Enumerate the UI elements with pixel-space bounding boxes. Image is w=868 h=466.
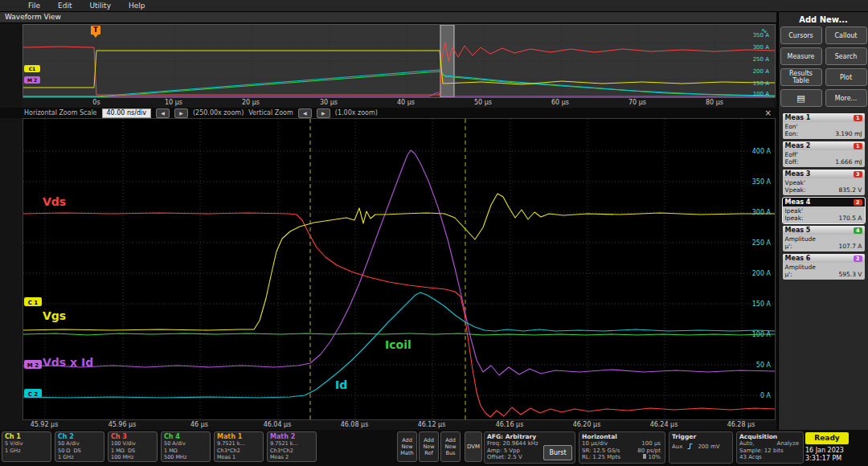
acquisition-value-left: Sample: 12 bits <box>739 448 784 455</box>
waveform-view-panel: Waveform View 350 A300 A250 A200 A150 A1… <box>0 12 776 430</box>
channel-badge-row: 50 A/div <box>162 440 210 448</box>
acquisition-value-left: Auto, <box>739 440 754 448</box>
trace-label-icoil: Icoil <box>385 338 411 351</box>
meas-result-badge-4[interactable]: Meas 42Ipeak'Ipeak:170.5 A <box>783 198 865 223</box>
channel-badge-row: 9.7521 k... <box>215 440 263 448</box>
meas-result-badge-6[interactable]: Meas 62Amplitudeµ':595.3 V <box>783 254 865 280</box>
channel-badge-row: 9.7521 k... <box>268 440 316 448</box>
main-time-label: 45.92 µs <box>27 421 62 428</box>
afg-value: Offset: 2.5 V <box>487 454 522 461</box>
main-time-label: 45.96 µs <box>104 421 140 428</box>
acquisition-panel[interactable]: AcquisitionAuto,AnalyzeSample: 12 bits43… <box>736 431 804 464</box>
channel-settings-badge-ch1[interactable]: Ch 15 V/div1 GHz <box>2 431 51 462</box>
afg-panel[interactable]: AFG: ArbitraryFreq: 20.9644 kHzAmp: 5 Vp… <box>484 431 575 464</box>
overview-amp-label: 150 A <box>753 80 770 87</box>
menu-utility[interactable]: Utility <box>81 2 120 10</box>
trigger-level: 200 mV <box>698 444 719 450</box>
meas-line1: Ipeak' <box>783 206 865 215</box>
meas-title: Meas 5 <box>785 227 811 234</box>
horizontal-value-left: SR: 12.5 GS/s <box>582 448 620 455</box>
meas-result-badge-3[interactable]: Meas 33Vpeak'Vpeak:835.2 V <box>783 170 865 195</box>
overview-channel-badge-label: M 2 <box>27 77 37 83</box>
more-button[interactable]: More... <box>825 89 867 107</box>
overview-amp-label: 300 A <box>753 44 770 51</box>
meas-result-badge-2[interactable]: Meas 21Eoff'Eoff:1.666 mJ <box>783 141 865 167</box>
annotation-icon-button[interactable]: ▤ <box>780 89 822 107</box>
v-zoom-increase-button[interactable]: ▶ <box>317 108 330 118</box>
bottom-settings-bar: Ch 15 V/div1 GHzCh 250 A/div50 Ω DS1 GHz… <box>0 430 868 466</box>
channel-settings-badge-ch2[interactable]: Ch 250 A/div50 Ω DS1 GHz <box>55 431 104 462</box>
h-zoom-decrease-button[interactable]: ◀ <box>156 108 170 118</box>
v-zoom-decrease-button[interactable]: ◀ <box>298 108 312 118</box>
amp-axis-label: 0 A <box>760 392 772 399</box>
channel-badge-row: 500 MHz <box>162 454 210 461</box>
callout-button[interactable]: Callout <box>825 27 867 44</box>
acquisition-row: Sample: 12 bits <box>739 448 800 455</box>
channel-badge-row: Ch3*Ch2 <box>215 448 263 455</box>
trigger-panel[interactable]: TriggerAux200 mV <box>669 431 733 464</box>
meas-title: Meas 4 <box>785 198 811 206</box>
channel-settings-badge-math2[interactable]: Math 29.7521 k...Ch3*Ch2Meas 2 <box>267 431 317 462</box>
meas-header: Meas 42 <box>783 198 865 206</box>
meas-label: Vpeak: <box>785 186 806 194</box>
main-graticule[interactable]: 400 A350 A300 A250 A200 A150 A100 A50 A0… <box>23 118 776 420</box>
horizontal-value-right: 10% <box>643 454 661 461</box>
zoom-window-indicator[interactable] <box>440 25 454 97</box>
meas-result-badge-1[interactable]: Meas 11Eon'Eon:3.190 mJ <box>783 113 865 139</box>
horizontal-panel[interactable]: Horizontal10 µs/div100 µsSR: 12.5 GS/s80… <box>579 431 665 464</box>
search-button[interactable]: Search <box>825 47 867 65</box>
h-zoom-increase-button[interactable]: ▶ <box>174 108 188 118</box>
add-new-bus-button[interactable]: Add New Bus <box>440 431 461 462</box>
meas-header: Meas 21 <box>783 141 865 150</box>
meas-line1: Eon' <box>783 122 865 130</box>
afg-value: Amp: 5 Vpp <box>487 448 520 455</box>
channel-settings-badge-math1[interactable]: Math 19.7521 k...Ch3*Ch2Meas 1 <box>214 431 264 462</box>
add-new-ref-button[interactable]: Add New Ref <box>419 431 439 462</box>
trigger-marker[interactable]: T <box>91 26 100 35</box>
trigger-title: Trigger <box>672 433 730 440</box>
h-zoom-scale-input[interactable]: 40.00 ns/div <box>102 108 151 118</box>
meas-header: Meas 33 <box>783 170 865 178</box>
main-time-label: 46 µs <box>182 421 217 428</box>
trace-vgs <box>23 194 775 330</box>
channel-settings-badge-ch4[interactable]: Ch 450 A/div1 MΩ500 MHz <box>161 431 211 462</box>
burst-button[interactable]: Burst <box>543 445 572 460</box>
channel-badge-row: 1 MΩ <box>162 448 210 455</box>
zoom-close-button[interactable]: × <box>765 108 772 118</box>
meas-result-badge-5[interactable]: Meas 54Amplitudeµ':107.7 A <box>783 226 865 251</box>
menu-file[interactable]: File <box>19 2 49 10</box>
main-time-axis: 45.92 µs45.96 µs46 µs46.04 µs46.08 µs46.… <box>23 420 774 430</box>
horizontal-value-left: RL: 1.25 Mpts <box>582 454 620 461</box>
overview-time-label: 50 µs <box>465 99 501 106</box>
meas-value-row: Eoff:1.666 mJ <box>783 158 865 167</box>
overview-graticule[interactable]: 350 A300 A250 A200 A150 A100 A∿C1M 2 T <box>23 24 776 98</box>
cursors-button[interactable]: Cursors <box>780 27 822 44</box>
channel-badge-row: 1 GHz <box>55 454 104 461</box>
h-zoom-factor: (250.00x zoom) <box>193 109 244 117</box>
results-table-button[interactable]: Results Table <box>780 68 822 86</box>
main-time-label: 46.28 µs <box>723 421 759 428</box>
meas-source-badge: 2 <box>854 199 862 206</box>
menu-help[interactable]: Help <box>120 2 154 10</box>
meas-line1: Vpeak' <box>783 178 865 186</box>
afg-title: AFG: Arbitrary <box>487 433 572 440</box>
overview-zoom-icon[interactable]: ∿ <box>761 27 768 35</box>
channel-badge-title: Ch 4 <box>162 432 210 440</box>
channel-settings-badge-ch3[interactable]: Ch 3100 V/div1 MΩ DS100 MHz <box>108 431 158 462</box>
oscilloscope-app: FileEditUtilityHelp Waveform View 350 A3… <box>0 0 868 466</box>
acquisition-row: 43 Acqs <box>739 454 800 461</box>
channel-badge-title: Ch 1 <box>2 432 51 440</box>
channel-badge-label: C 2 <box>28 391 39 398</box>
time-label: 3:31:17 PM <box>805 455 844 463</box>
menu-edit[interactable]: Edit <box>49 2 80 10</box>
dvm-button[interactable]: DVM <box>465 431 482 462</box>
channel-badge-row: Meas 2 <box>268 454 316 461</box>
meas-label: Eoff: <box>785 158 799 166</box>
channel-badge-title: Math 1 <box>215 432 263 440</box>
add-new-math-button[interactable]: Add New Math <box>397 431 417 462</box>
amp-axis-label: 250 A <box>752 239 772 247</box>
plot-button[interactable]: Plot <box>825 68 867 86</box>
horizontal-row: 10 µs/div100 µs <box>582 440 662 448</box>
measure-button[interactable]: Measure <box>780 47 822 65</box>
channel-badge-row: 100 MHz <box>108 454 157 461</box>
